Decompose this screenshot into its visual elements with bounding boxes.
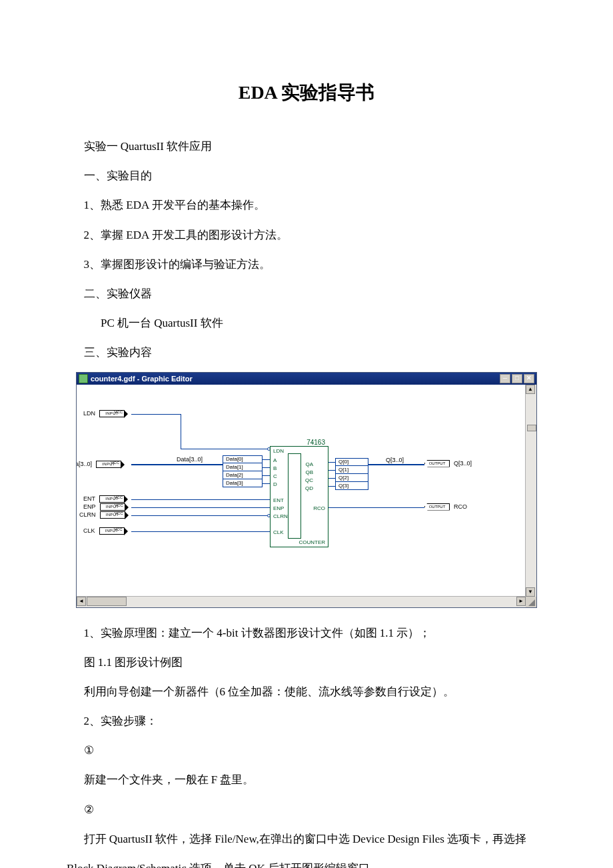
body-text: 打开 QuartusII 软件，选择 File/New,在弹出的窗口中选 Dev… <box>67 825 546 868</box>
wire <box>263 475 270 476</box>
input-pin-clrn[interactable]: CLRN INPUTVCC <box>79 511 125 519</box>
output-pin-rco[interactable]: OUTPUT RCO <box>424 503 467 511</box>
chip-74163[interactable]: 74163 LDN A B C D ENT ENP CLRN CLK QA QB… <box>270 446 328 547</box>
body-text: 1、实验原理图：建立一个 4-bit 计数器图形设计文件（如图 1.1 示）； <box>67 619 546 648</box>
scroll-left-icon[interactable]: ◄ <box>77 597 86 606</box>
graphic-editor-window: counter4.gdf - Graphic Editor ─ □ ✕ LDN … <box>76 372 537 608</box>
wire <box>181 449 269 449</box>
wire <box>131 499 270 500</box>
wire <box>328 470 335 471</box>
pin-label: CLRN <box>79 511 96 518</box>
pin-label: ENT <box>83 495 95 502</box>
body-text: ① <box>67 736 546 765</box>
input-pin-ldn[interactable]: LDN INPUTVCC <box>83 410 125 417</box>
scroll-down-icon[interactable]: ▼ <box>526 587 535 597</box>
pin-label: CLK <box>83 527 95 534</box>
wire <box>328 462 335 463</box>
body-text: 3、掌握图形设计的编译与验证方法。 <box>67 250 546 279</box>
page-title: EDA 实验指导书 <box>67 80 546 105</box>
pin-label: Q[3..0] <box>454 460 472 467</box>
close-icon[interactable]: ✕ <box>524 374 534 383</box>
embedded-screenshot: counter4.gdf - Graphic Editor ─ □ ✕ LDN … <box>76 372 537 608</box>
body-text: 2、实验步骤： <box>67 707 546 736</box>
schematic-canvas[interactable]: LDN INPUTVCC Data[3..0] INPUTVCC ENT INP… <box>77 385 526 597</box>
scroll-thumb[interactable] <box>87 597 127 606</box>
vertical-scrollbar[interactable]: ▲ ▼ <box>526 385 536 597</box>
chip-name: 74163 <box>306 439 325 446</box>
wire <box>131 531 270 532</box>
body-text: 一、实验目的 <box>67 161 546 191</box>
body-text: 新建一个文件夹，一般在 F 盘里。 <box>67 765 546 795</box>
scroll-up-icon[interactable]: ▲ <box>526 385 535 394</box>
net-label: Q[3..0] <box>386 457 404 463</box>
wire <box>263 483 270 484</box>
input-pin-clk[interactable]: CLK INPUTVCC <box>83 527 125 535</box>
bus-tap-in: Data[0] Data[1] Data[2] Data[3] <box>223 455 263 487</box>
output-pin-q[interactable]: OUTPUT Q[3..0] <box>424 460 472 467</box>
wire <box>181 414 181 449</box>
wire <box>131 507 270 508</box>
pin-label: LDN <box>83 410 95 417</box>
bus-tap-out: Q[0] Q[1] Q[2] Q[3] <box>335 458 368 490</box>
bus <box>368 464 424 465</box>
pin-label: RCO <box>454 503 467 510</box>
body-text: 2、掌握 EDA 开发工具的图形设计方法。 <box>67 221 546 250</box>
chip-footer: COUNTER <box>299 539 325 545</box>
window-title: counter4.gdf - Graphic Editor <box>91 375 500 383</box>
horizontal-scrollbar[interactable]: ◄ ► <box>77 597 526 607</box>
maximize-icon[interactable]: □ <box>512 374 522 383</box>
scroll-marker <box>527 425 536 431</box>
minimize-icon[interactable]: ─ <box>500 374 510 383</box>
wire <box>328 478 335 479</box>
window-titlebar[interactable]: counter4.gdf - Graphic Editor ─ □ ✕ <box>77 373 536 385</box>
bus <box>131 464 223 465</box>
pin-label: ENP <box>83 503 96 510</box>
scroll-right-icon[interactable]: ► <box>516 597 526 606</box>
net-label: Data[3..0] <box>177 456 203 463</box>
body-text: 实验一 QuartusII 软件应用 <box>67 132 546 161</box>
input-pin-enp[interactable]: ENP INPUTVCC <box>83 503 125 511</box>
input-pin-data[interactable]: Data[3..0] INPUTVCC <box>77 461 121 468</box>
wire <box>131 414 181 415</box>
resize-grip-icon[interactable] <box>526 597 536 607</box>
body-text: 图 1.1 图形设计例图 <box>67 648 546 677</box>
pin-label: Data[3..0] <box>77 461 92 467</box>
body-text: 三、实验内容 <box>67 338 546 367</box>
body-text: 二、实验仪器 <box>67 279 546 309</box>
wire <box>131 515 267 516</box>
wire <box>328 507 424 508</box>
app-icon <box>79 374 88 383</box>
wire <box>263 459 270 460</box>
input-pin-ent[interactable]: ENT INPUTVCC <box>83 495 125 503</box>
body-text: 利用向导创建一个新器件（6 位全加器：使能、流水线等参数自行设定）。 <box>67 677 546 707</box>
body-text: ② <box>67 795 546 825</box>
wire <box>328 486 335 487</box>
body-text: PC 机一台 QuartusII 软件 <box>67 309 546 338</box>
body-text: 1、熟悉 EDA 开发平台的基本操作。 <box>67 191 546 220</box>
wire <box>263 467 270 468</box>
chip-inner-box <box>288 453 301 539</box>
